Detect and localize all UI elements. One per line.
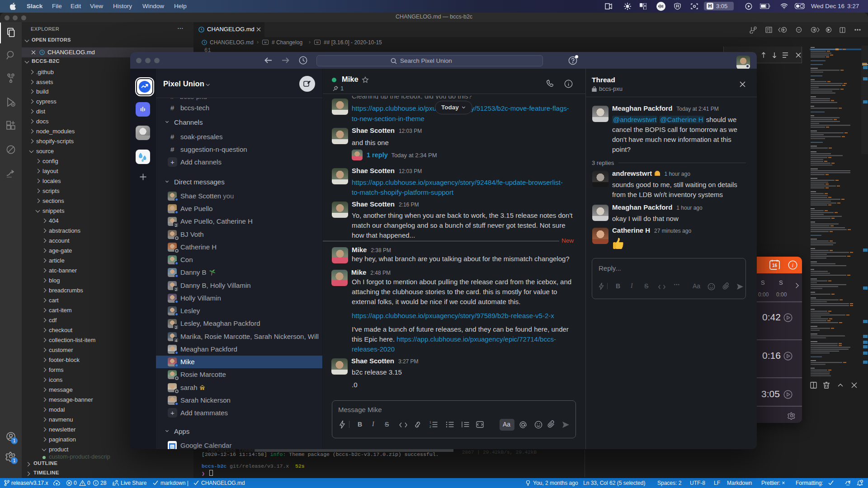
svg-text:2: 2 xyxy=(429,425,431,428)
svg-text:i: i xyxy=(792,262,793,268)
svg-text:31: 31 xyxy=(170,445,174,448)
svg-text:1: 1 xyxy=(429,421,431,424)
svg-text:16: 16 xyxy=(772,263,778,268)
